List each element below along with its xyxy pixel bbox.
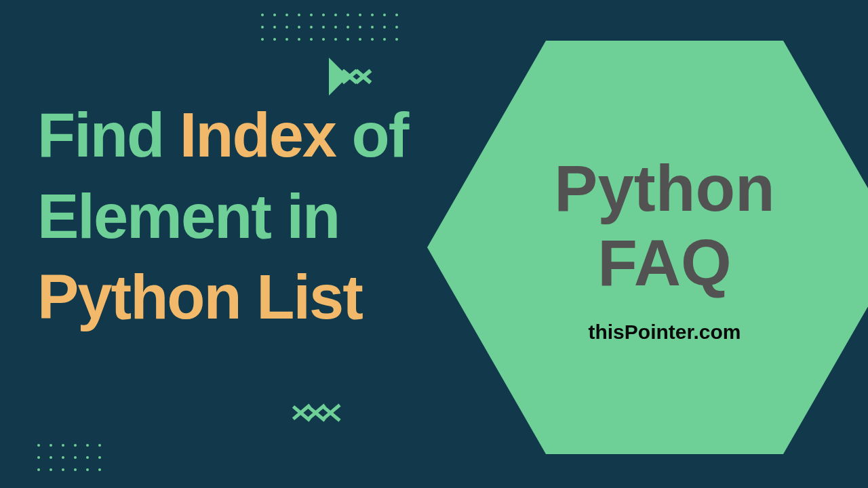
headline-word: of (352, 100, 408, 169)
arrow-right-icon (329, 58, 370, 96)
hexagon-title-line: FAQ (597, 226, 731, 299)
hexagon-title-line: Python (554, 152, 774, 224)
headline-word: Python (37, 262, 241, 331)
headline: Find Index of Element in Python List (37, 95, 408, 338)
headline-word: Find (37, 100, 163, 169)
decorative-dots-bottom (37, 444, 101, 471)
hexagon-title: Python FAQ (554, 151, 774, 301)
headline-word: in (286, 182, 339, 251)
headline-word: Element (37, 182, 271, 251)
arrow-left-icon (295, 395, 340, 430)
headline-word: List (256, 262, 362, 331)
hexagon-badge: Python FAQ thisPointer.com (427, 41, 868, 454)
hexagon-subtitle: thisPointer.com (588, 321, 741, 344)
decorative-dots-top (261, 14, 398, 41)
headline-word: Index (180, 100, 336, 169)
